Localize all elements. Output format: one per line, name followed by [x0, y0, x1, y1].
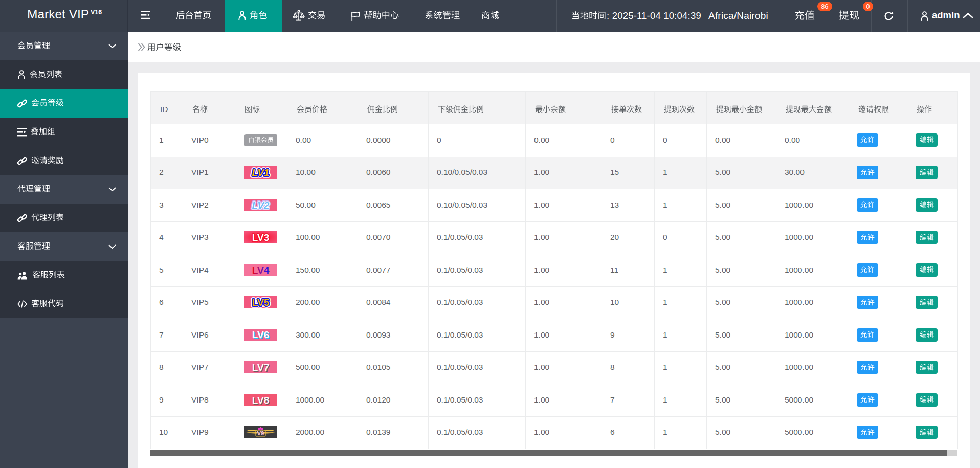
- svg-text:LV1: LV1: [252, 167, 270, 178]
- svg-text:LV7: LV7: [252, 362, 269, 373]
- svg-text:LV5: LV5: [252, 297, 270, 308]
- svg-text:LV3: LV3: [252, 232, 269, 243]
- svg-text:LV6: LV6: [252, 329, 269, 340]
- svg-text:LV2: LV2: [252, 200, 270, 211]
- svg-text:LV8: LV8: [252, 394, 269, 405]
- svg-text:V9: V9: [257, 430, 264, 436]
- svg-text:LV4: LV4: [252, 265, 270, 276]
